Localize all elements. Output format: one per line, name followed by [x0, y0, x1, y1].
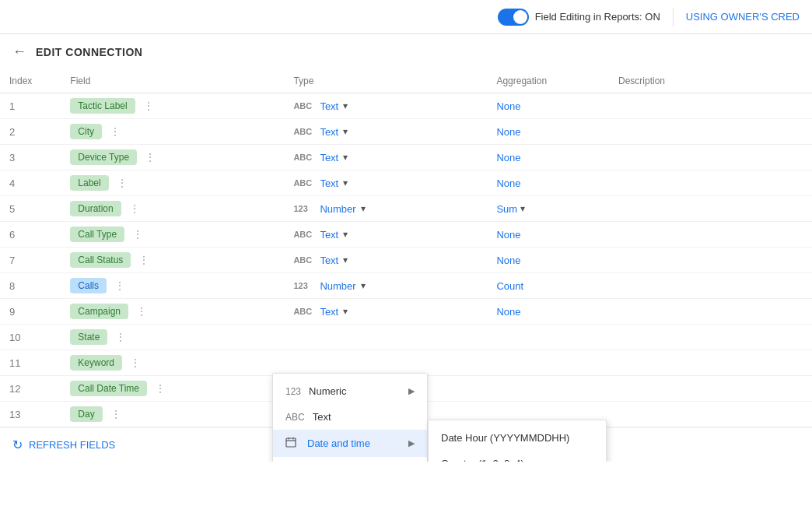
type-label: Text	[320, 229, 338, 241]
cell-aggregation	[487, 376, 609, 402]
field-tag[interactable]: Keyword	[70, 355, 122, 371]
cell-index: 11	[0, 350, 61, 376]
type-dropdown-main: 123Numeric▶ABCTextDate and time▶x|vBoole…	[272, 373, 428, 462]
dropdown-main-item[interactable]: 123Numeric▶	[273, 378, 427, 404]
drag-handle-icon[interactable]: ⋮	[127, 357, 144, 369]
cell-type: 123Number▾	[284, 196, 487, 222]
cell-description	[609, 145, 812, 170]
field-tag[interactable]: Day	[70, 406, 102, 422]
type-dropdown-arrow[interactable]: ▾	[343, 126, 348, 137]
dropdown-sub-item[interactable]: Date Hour (YYYYMMDDHH)	[429, 425, 606, 451]
cell-index: 5	[0, 196, 61, 222]
type-dropdown-arrow[interactable]: ▾	[343, 177, 348, 188]
type-dropdown-arrow[interactable]: ▾	[343, 255, 348, 265]
type-icon: ABC	[293, 153, 315, 162]
type-label: Text	[320, 100, 338, 112]
drag-handle-icon[interactable]: ⋮	[133, 305, 150, 318]
drag-handle-icon[interactable]: ⋮	[142, 151, 159, 163]
cell-type: 123Number▾	[284, 273, 487, 299]
type-icon: ABC	[293, 101, 315, 111]
table-row: 11Keyword⋮	[0, 350, 812, 376]
type-dropdown-arrow[interactable]: ▾	[343, 229, 348, 240]
agg-label: None	[496, 177, 520, 189]
field-tag[interactable]: Device Type	[70, 149, 137, 165]
cell-type: ABCText▾	[284, 222, 487, 248]
cell-index: 4	[0, 170, 61, 196]
drag-handle-icon[interactable]: ⋮	[129, 228, 146, 241]
field-tag[interactable]: Call Type	[70, 227, 124, 242]
type-label: Text	[320, 177, 338, 189]
drag-handle-icon[interactable]: ⋮	[135, 254, 152, 266]
drag-handle-icon[interactable]: ⋮	[140, 100, 157, 112]
field-tag[interactable]: Call Date Time	[70, 381, 147, 396]
table-row: 3Device Type⋮ABCText▾None	[0, 145, 812, 170]
divider	[673, 8, 674, 26]
type-label: Number	[320, 203, 355, 215]
cell-field: Call Status⋮	[61, 248, 284, 272]
dropdown-main-item[interactable]: Date and time▶	[273, 430, 427, 457]
owner-cred-label[interactable]: USING OWNER'S CRED	[686, 11, 800, 23]
type-icon: ABC	[293, 178, 315, 188]
type-dropdown-arrow[interactable]: ▾	[343, 152, 348, 163]
cell-description	[609, 248, 812, 273]
table-row: 5Duration⋮123Number▾Sum▾	[0, 196, 812, 222]
type-dropdown-arrow[interactable]: ▾	[343, 100, 348, 111]
cell-type: ABCText▾	[284, 93, 487, 119]
table-row: 4Label⋮ABCText▾None	[0, 170, 812, 196]
dropdown-item-icon	[285, 437, 299, 450]
dropdown-item-label: Numeric	[309, 385, 401, 397]
agg-label: Sum	[496, 203, 517, 215]
cell-description	[609, 402, 812, 427]
field-editing-toggle[interactable]	[498, 9, 529, 26]
table-row: 6Call Type⋮ABCText▾None	[0, 222, 812, 248]
dropdown-main-item[interactable]: x|vBoolean	[273, 457, 427, 462]
cell-description	[609, 93, 812, 119]
cell-description	[609, 376, 812, 402]
cell-description	[609, 196, 812, 222]
drag-handle-icon[interactable]: ⋮	[111, 279, 128, 292]
col-header-description: Description	[609, 69, 812, 93]
cell-description	[609, 222, 812, 248]
drag-handle-icon[interactable]: ⋮	[126, 202, 143, 215]
drag-handle-icon[interactable]: ⋮	[107, 408, 124, 420]
table-header-row: Index Field Type Aggregation Description	[0, 69, 812, 93]
field-tag[interactable]: Calls	[70, 278, 107, 293]
field-tag[interactable]: City	[70, 124, 102, 139]
cell-aggregation	[487, 325, 609, 350]
refresh-label: REFRESH FIELDS	[29, 439, 115, 451]
drag-handle-icon[interactable]: ⋮	[112, 331, 129, 343]
agg-dropdown-arrow[interactable]: ▾	[520, 203, 525, 214]
field-tag[interactable]: Duration	[70, 201, 121, 216]
field-tag[interactable]: Call Status	[70, 252, 131, 268]
cell-field: Tactic Label⋮	[61, 93, 284, 118]
back-button[interactable]: ←	[12, 44, 26, 60]
drag-handle-icon[interactable]: ⋮	[114, 177, 131, 189]
cell-index: 12	[0, 376, 61, 402]
cell-field: Call Date Time⋮	[61, 376, 284, 401]
dropdown-sub-item[interactable]: Quarter (1, 2, 3, 4)	[429, 451, 606, 462]
cell-aggregation: None	[487, 93, 609, 119]
cell-type: ABCText▾	[284, 248, 487, 273]
field-tag[interactable]: Label	[70, 175, 108, 191]
svg-rect-0	[286, 438, 296, 447]
table-row: 9Campaign⋮ABCText▾None	[0, 299, 812, 325]
field-tag[interactable]: State	[70, 329, 107, 345]
toggle-label: Field Editing in Reports: ON	[535, 11, 660, 23]
col-header-field: Field	[61, 69, 284, 93]
field-tag[interactable]: Campaign	[70, 304, 128, 319]
cell-field: Label⋮	[61, 170, 284, 195]
cell-type	[284, 350, 487, 376]
drag-handle-icon[interactable]: ⋮	[107, 125, 124, 138]
cell-index: 3	[0, 145, 61, 170]
type-dropdown-arrow[interactable]: ▾	[343, 306, 348, 317]
cell-field: Call Type⋮	[61, 222, 284, 247]
table-row: 8Calls⋮123Number▾Count	[0, 273, 812, 299]
type-dropdown-arrow[interactable]: ▾	[361, 280, 366, 291]
col-header-index: Index	[0, 69, 61, 93]
type-dropdown-arrow[interactable]: ▾	[361, 203, 366, 214]
dropdown-item-submenu-arrow: ▶	[408, 438, 415, 448]
dropdown-main-item[interactable]: ABCText	[273, 404, 427, 430]
field-tag[interactable]: Tactic Label	[70, 98, 135, 114]
type-label: Text	[320, 306, 338, 318]
drag-handle-icon[interactable]: ⋮	[152, 382, 169, 395]
